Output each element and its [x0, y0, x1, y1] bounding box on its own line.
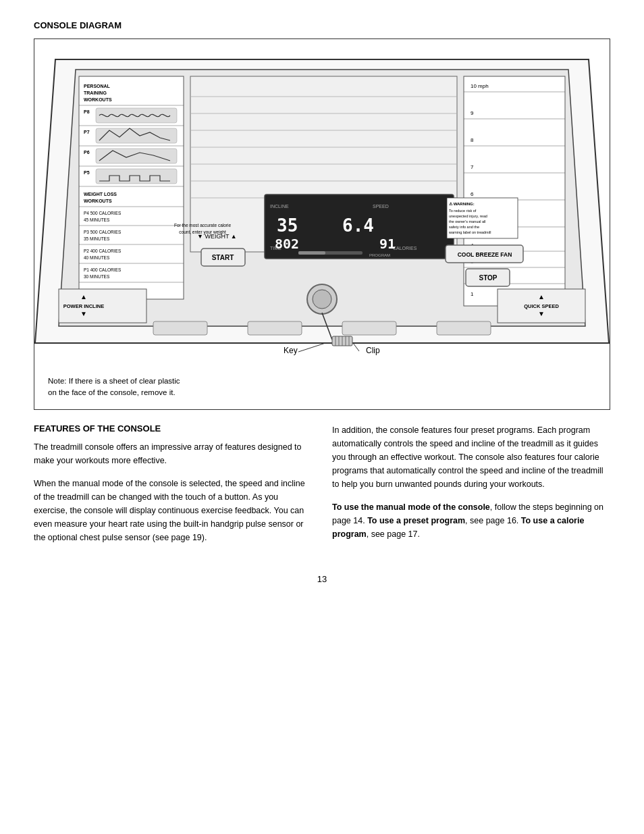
- page-number: 13: [34, 574, 610, 584]
- svg-text:P7: P7: [84, 130, 90, 134]
- svg-rect-15: [96, 169, 177, 184]
- svg-rect-98: [342, 321, 396, 335]
- svg-text:WEIGHT LOSS: WEIGHT LOSS: [84, 192, 117, 197]
- svg-text:POWER INCLINE: POWER INCLINE: [63, 303, 104, 309]
- svg-text:TRAINING: TRAINING: [84, 90, 107, 95]
- manual-mode-bold: To use the manual mode of the console: [332, 502, 490, 512]
- svg-text:8: 8: [471, 137, 474, 143]
- diagram-box: PERSONAL TRAINING WORKOUTS P8 P7: [34, 38, 610, 410]
- svg-text:PERSONAL: PERSONAL: [84, 84, 111, 88]
- svg-text:SPEED: SPEED: [373, 204, 389, 209]
- svg-text:6.4: 6.4: [342, 215, 374, 236]
- svg-text:P4 500 CALORIES: P4 500 CALORIES: [84, 211, 122, 215]
- svg-text:35: 35: [277, 215, 298, 236]
- svg-text:Clip: Clip: [366, 346, 380, 355]
- svg-text:7: 7: [471, 164, 474, 170]
- svg-text:warning label on treadmill: warning label on treadmill: [448, 230, 491, 234]
- svg-text:count, enter your weight: count, enter your weight: [179, 230, 226, 235]
- console-diagram-svg: PERSONAL TRAINING WORKOUTS P8 P7: [35, 46, 609, 363]
- svg-text:⚠ WARNING:: ⚠ WARNING:: [449, 202, 475, 206]
- svg-text:▼: ▼: [538, 310, 545, 317]
- svg-text:INCLINE: INCLINE: [270, 204, 289, 209]
- features-para-right-1: In addition, the console features four p…: [332, 423, 610, 491]
- svg-text:91: 91: [379, 236, 396, 252]
- svg-text:For the most accurate calorie: For the most accurate calorie: [174, 223, 232, 228]
- content-area: FEATURES OF THE CONSOLE The treadmill co…: [34, 423, 610, 554]
- svg-rect-99: [437, 321, 491, 335]
- section-title: CONSOLE DIAGRAM: [34, 20, 610, 30]
- features-para-right-2: To use the manual mode of the console, f…: [332, 500, 610, 541]
- col-left: FEATURES OF THE CONSOLE The treadmill co…: [34, 423, 312, 554]
- svg-text:6: 6: [471, 191, 474, 197]
- svg-text:▲: ▲: [538, 293, 545, 301]
- svg-text:▼: ▼: [80, 310, 87, 317]
- svg-text:PROGRAM: PROGRAM: [369, 253, 390, 257]
- features-para-1: The treadmill console offers an impressi…: [34, 440, 312, 467]
- svg-rect-96: [153, 321, 207, 335]
- svg-text:P2 400 CALORIES: P2 400 CALORIES: [84, 249, 122, 253]
- diagram-note: Note: If there is a sheet of clear plast…: [48, 375, 180, 399]
- col-right: In addition, the console features four p…: [332, 423, 610, 554]
- svg-rect-12: [96, 149, 177, 163]
- svg-rect-71: [298, 251, 325, 255]
- svg-text:P3 500 CALORIES: P3 500 CALORIES: [84, 230, 122, 234]
- features-para-2: When the manual mode of the console is s…: [34, 477, 312, 544]
- svg-text:P5: P5: [84, 170, 90, 175]
- console-svg-wrapper: PERSONAL TRAINING WORKOUTS P8 P7: [41, 46, 603, 363]
- svg-text:WORKOUTS: WORKOUTS: [84, 199, 112, 203]
- svg-text:9: 9: [471, 110, 474, 116]
- svg-text:CALORIES: CALORIES: [393, 246, 417, 251]
- svg-text:802: 802: [275, 236, 299, 252]
- right-para-2-rest2: , see page 16.: [465, 516, 521, 525]
- svg-text:P1 400 CALORIES: P1 400 CALORIES: [84, 267, 122, 272]
- svg-point-101: [313, 290, 331, 309]
- svg-text:unexpected injury, read: unexpected injury, read: [449, 214, 487, 218]
- features-title: FEATURES OF THE CONSOLE: [34, 423, 312, 434]
- svg-text:1: 1: [471, 291, 474, 297]
- page: CONSOLE DIAGRAM PERSONAL TRAINING WORKOU…: [0, 0, 644, 834]
- svg-text:P6: P6: [84, 150, 90, 155]
- svg-text:STOP: STOP: [479, 274, 497, 282]
- svg-text:▲: ▲: [80, 293, 87, 301]
- svg-text:Key: Key: [284, 346, 298, 355]
- svg-text:safety info and the: safety info and the: [449, 225, 479, 229]
- preset-program-bold: To use a preset program: [367, 516, 465, 525]
- svg-line-104: [298, 343, 325, 352]
- svg-text:P8: P8: [84, 109, 90, 114]
- svg-text:QUICK SPEED: QUICK SPEED: [524, 303, 559, 309]
- svg-rect-97: [248, 321, 302, 335]
- svg-rect-9: [96, 128, 177, 143]
- svg-text:40 MINUTES: 40 MINUTES: [84, 255, 110, 260]
- right-para-2-rest3: , see page 17.: [367, 529, 420, 539]
- svg-text:35 MINUTES: 35 MINUTES: [84, 236, 110, 241]
- svg-text:30 MINUTES: 30 MINUTES: [84, 274, 110, 279]
- svg-text:COOL BREEZE FAN: COOL BREEZE FAN: [458, 251, 512, 258]
- svg-text:45 MINUTES: 45 MINUTES: [84, 217, 110, 222]
- svg-text:WORKOUTS: WORKOUTS: [84, 97, 112, 102]
- svg-text:To reduce risk of: To reduce risk of: [449, 209, 477, 213]
- svg-text:START: START: [212, 254, 234, 261]
- svg-line-112: [353, 343, 359, 351]
- svg-text:10 mph: 10 mph: [471, 83, 489, 89]
- svg-text:the owner's manual all: the owner's manual all: [449, 219, 486, 224]
